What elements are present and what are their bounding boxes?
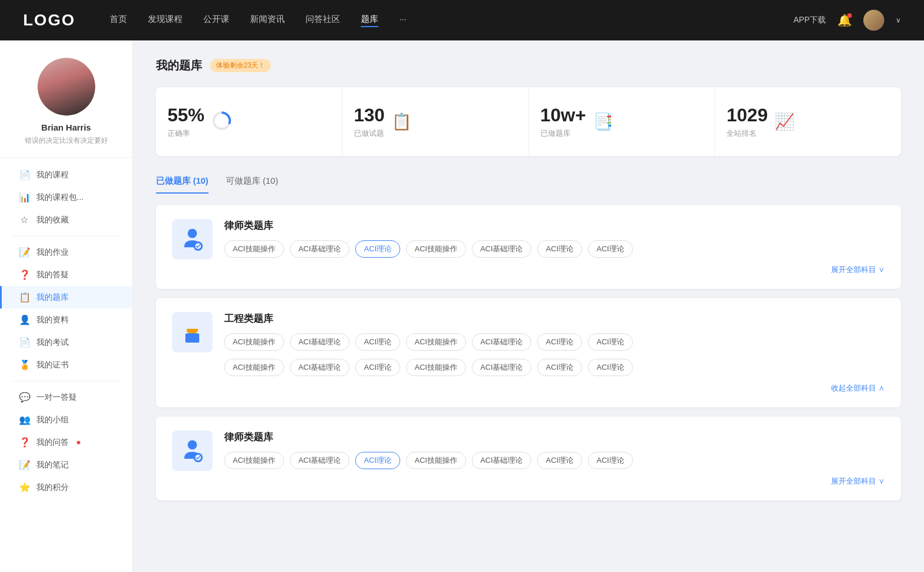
tag[interactable]: ACI技能操作 — [224, 240, 284, 258]
cert-icon: 🏅 — [19, 359, 29, 370]
tag[interactable]: ACI理论 — [588, 452, 633, 469]
tag[interactable]: ACI理论 — [588, 240, 633, 258]
sidebar-item-course-package[interactable]: 📊 我的课程包... — [0, 186, 132, 209]
nav-qa[interactable]: 问答社区 — [305, 14, 340, 27]
sidebar-label: 我的积分 — [36, 482, 69, 493]
sidebar-item-question-bank[interactable]: 📋 我的题库 — [0, 286, 132, 309]
user-menu-chevron[interactable]: ∨ — [896, 16, 901, 24]
sidebar-label: 我的小组 — [36, 415, 69, 425]
nav-news[interactable]: 新闻资讯 — [250, 14, 285, 27]
tag[interactable]: ACI基础理论 — [290, 359, 350, 376]
tag[interactable]: ACI理论 — [537, 333, 582, 351]
stat-text: 10w+ 已做题库 — [541, 105, 586, 139]
sidebar-item-notes[interactable]: 📝 我的笔记 — [0, 454, 132, 476]
tag[interactable]: ACI基础理论 — [290, 333, 350, 351]
sidebar-item-certificate[interactable]: 🏅 我的证书 — [0, 354, 132, 376]
tag[interactable]: ACI技能操作 — [406, 452, 466, 469]
tag-active[interactable]: ACI理论 — [355, 452, 400, 469]
app-download-link[interactable]: APP下载 — [793, 15, 826, 25]
tag[interactable]: ACI基础理论 — [290, 452, 350, 469]
expand-link-3[interactable]: 展开全部科目 ∨ — [224, 476, 885, 486]
tag[interactable]: ACI理论 — [355, 333, 400, 351]
svg-point-2 — [188, 229, 197, 238]
sidebar-item-qa[interactable]: ❓ 我的答疑 — [0, 263, 132, 286]
tag[interactable]: ACI基础理论 — [290, 240, 350, 258]
stat-accuracy: 55% 正确率 — [156, 87, 342, 156]
sidebar-item-profile[interactable]: 👤 我的资料 — [0, 309, 132, 331]
accuracy-icon — [211, 110, 232, 133]
tag[interactable]: ACI理论 — [355, 359, 400, 376]
tab-available[interactable]: 可做题库 (10) — [226, 170, 278, 194]
sidebar-item-exam[interactable]: 📄 我的考试 — [0, 331, 132, 354]
tabs: 已做题库 (10) 可做题库 (10) — [156, 170, 901, 194]
course-icon: 📄 — [19, 169, 29, 180]
tag[interactable]: ACI理论 — [537, 452, 582, 469]
nav-home[interactable]: 首页 — [110, 14, 127, 27]
star-icon: ☆ — [19, 214, 29, 225]
done-banks-icon: 📑 — [593, 112, 613, 131]
bank-content: 律师类题库 ACI技能操作 ACI基础理论 ACI理论 ACI技能操作 ACI基… — [224, 430, 885, 486]
sidebar-label: 我的课程包... — [36, 192, 84, 203]
logo[interactable]: LOGO — [23, 11, 75, 29]
bank-card-lawyer-1: 律师类题库 ACI技能操作 ACI基础理论 ACI理论 ACI技能操作 ACI基… — [156, 205, 901, 289]
collapse-link-2[interactable]: 收起全部科目 ∧ — [224, 383, 885, 393]
profile-motto: 错误的决定比没有决定要好 — [25, 136, 108, 146]
nav-question-bank[interactable]: 题库 — [361, 14, 378, 27]
bank-content: 律师类题库 ACI技能操作 ACI基础理论 ACI理论 ACI技能操作 ACI基… — [224, 219, 885, 275]
notification-bell[interactable]: 🔔 — [837, 13, 852, 27]
profile-section: Brian Harris 错误的决定比没有决定要好 — [0, 58, 132, 158]
tag[interactable]: ACI技能操作 — [224, 452, 284, 469]
sidebar-item-my-course[interactable]: 📄 我的课程 — [0, 164, 132, 186]
tab-done[interactable]: 已做题库 (10) — [156, 170, 208, 194]
sidebar-item-group[interactable]: 👥 我的小组 — [0, 408, 132, 431]
one-on-one-icon: 💬 — [19, 392, 29, 403]
sidebar-item-favorites[interactable]: ☆ 我的收藏 — [0, 209, 132, 231]
stat-text: 130 已做试题 — [354, 105, 385, 139]
tag[interactable]: ACI技能操作 — [406, 359, 466, 376]
course-pkg-icon: 📊 — [19, 192, 29, 203]
sidebar-label: 我的笔记 — [36, 460, 69, 470]
bank-icon-lawyer-2 — [172, 430, 213, 471]
avatar[interactable] — [38, 58, 95, 116]
sidebar-divider — [12, 236, 121, 236]
tag[interactable]: ACI基础理论 — [472, 333, 532, 351]
tag[interactable]: ACI理论 — [537, 240, 582, 258]
tag[interactable]: ACI基础理论 — [472, 359, 532, 376]
tag[interactable]: ACI基础理论 — [472, 240, 532, 258]
bank-card-header: 律师类题库 ACI技能操作 ACI基础理论 ACI理论 ACI技能操作 ACI基… — [172, 219, 885, 275]
stat-text: 55% 正确率 — [167, 105, 204, 139]
tag[interactable]: ACI理论 — [537, 359, 582, 376]
stat-rank: 1029 全站排名 📈 — [715, 87, 901, 156]
done-questions-icon: 📋 — [392, 112, 412, 131]
sidebar-item-homework[interactable]: 📝 我的作业 — [0, 241, 132, 263]
nav-more[interactable]: ··· — [399, 14, 407, 27]
sidebar-label: 一对一答疑 — [36, 392, 77, 403]
bank-content: 工程类题库 ACI技能操作 ACI基础理论 ACI理论 ACI技能操作 ACI基… — [224, 312, 885, 393]
tag-active[interactable]: ACI理论 — [355, 240, 400, 258]
tag[interactable]: ACI理论 — [588, 359, 633, 376]
expand-link-1[interactable]: 展开全部科目 ∨ — [224, 265, 885, 275]
sidebar-label: 我的答疑 — [36, 270, 69, 280]
tag[interactable]: ACI技能操作 — [406, 240, 466, 258]
avatar-image — [38, 58, 95, 116]
sidebar-label: 我的问答 — [36, 437, 69, 448]
points-icon: ⭐ — [19, 482, 29, 493]
nav-open-course[interactable]: 公开课 — [203, 14, 229, 27]
tag[interactable]: ACI基础理论 — [472, 452, 532, 469]
profile-name: Brian Harris — [42, 122, 91, 132]
exam-icon: 📄 — [19, 337, 29, 348]
sidebar-label: 我的考试 — [36, 337, 69, 348]
sidebar-item-my-qa[interactable]: ❓ 我的问答 — [0, 431, 132, 454]
stat-text: 1029 全站排名 — [726, 105, 767, 139]
tag[interactable]: ACI技能操作 — [406, 333, 466, 351]
sidebar-item-one-on-one[interactable]: 💬 一对一答疑 — [0, 386, 132, 408]
nav-discover[interactable]: 发现课程 — [148, 14, 182, 27]
tag[interactable]: ACI技能操作 — [224, 359, 284, 376]
tag[interactable]: ACI技能操作 — [224, 333, 284, 351]
sidebar-label: 我的作业 — [36, 247, 69, 258]
sidebar-item-points[interactable]: ⭐ 我的积分 — [0, 476, 132, 499]
bank-card-engineer: 工程类题库 ACI技能操作 ACI基础理论 ACI理论 ACI技能操作 ACI基… — [156, 298, 901, 407]
user-avatar-nav[interactable] — [863, 10, 884, 31]
tag[interactable]: ACI理论 — [588, 333, 633, 351]
group-icon: 👥 — [19, 414, 29, 425]
